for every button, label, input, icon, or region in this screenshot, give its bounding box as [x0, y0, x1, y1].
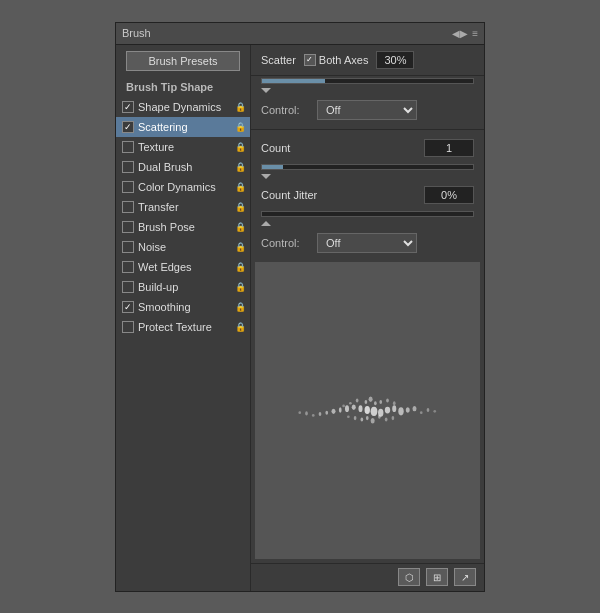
svg-point-26 [361, 417, 364, 421]
wet-edges-label: Wet Edges [138, 261, 233, 273]
control-select-1[interactable]: Off Fade Pen Pressure Pen Tilt Stylus Wh… [317, 100, 417, 120]
scatter-slider-track[interactable] [261, 78, 474, 84]
svg-point-6 [385, 407, 390, 414]
build-up-lock-icon: 🔒 [235, 282, 246, 292]
panel-controls: ◀▶ ≡ [452, 28, 478, 39]
sidebar-item-noise[interactable]: Noise 🔒 [116, 237, 250, 257]
scattering-checkbox[interactable]: ✓ [122, 121, 134, 133]
sidebar-item-dual-brush[interactable]: Dual Brush 🔒 [116, 157, 250, 177]
bottom-toolbar: ⬡ ⊞ ↗ [251, 563, 484, 591]
svg-point-23 [343, 405, 346, 408]
toolbar-button-2[interactable]: ⊞ [426, 568, 448, 586]
sidebar-item-smoothing[interactable]: ✓ Smoothing 🔒 [116, 297, 250, 317]
count-slider-row[interactable] [251, 162, 484, 172]
brush-pose-checkbox[interactable] [122, 221, 134, 233]
count-jitter-arrow [251, 219, 484, 228]
brush-presets-button[interactable]: Brush Presets [126, 51, 240, 71]
texture-checkbox[interactable] [122, 141, 134, 153]
noise-checkbox[interactable] [122, 241, 134, 253]
count-value[interactable]: 1 [424, 139, 474, 157]
svg-point-1 [359, 405, 363, 412]
count-jitter-slider-track[interactable] [261, 211, 474, 217]
svg-point-29 [385, 417, 388, 421]
count-slider-fill [262, 165, 283, 169]
scatter-slider-row[interactable] [251, 76, 484, 86]
brush-preview-svg [266, 370, 469, 450]
sidebar-item-protect-texture[interactable]: Protect Texture 🔒 [116, 317, 250, 337]
control-row-2: Control: Off Fade Pen Pressure Pen Tilt … [251, 228, 484, 258]
dual-brush-checkbox[interactable] [122, 161, 134, 173]
control-label-1: Control: [261, 104, 311, 116]
svg-point-10 [399, 407, 404, 415]
count-jitter-row: Count Jitter 0% [251, 181, 484, 209]
svg-point-11 [326, 411, 329, 415]
svg-point-8 [392, 405, 396, 412]
noise-lock-icon: 🔒 [235, 242, 246, 252]
protect-texture-checkbox[interactable] [122, 321, 134, 333]
sidebar-item-transfer[interactable]: Transfer 🔒 [116, 197, 250, 217]
svg-point-22 [393, 401, 396, 405]
svg-point-35 [427, 408, 430, 412]
build-up-label: Build-up [138, 281, 233, 293]
svg-point-28 [354, 416, 357, 420]
count-slider-track[interactable] [261, 164, 474, 170]
build-up-checkbox[interactable] [122, 281, 134, 293]
svg-point-18 [356, 399, 359, 403]
sidebar-item-shape-dynamics[interactable]: ✓ Shape Dynamics 🔒 [116, 97, 250, 117]
svg-point-37 [420, 411, 423, 414]
scattering-lock-icon: 🔒 [235, 122, 246, 132]
svg-point-7 [339, 407, 342, 412]
brush-pose-lock-icon: 🔒 [235, 222, 246, 232]
smoothing-lock-icon: 🔒 [235, 302, 246, 312]
sidebar-item-brush-pose[interactable]: Brush Pose 🔒 [116, 217, 250, 237]
protect-texture-lock-icon: 🔒 [235, 322, 246, 332]
svg-point-15 [365, 400, 368, 404]
sidebar-item-wet-edges[interactable]: Wet Edges 🔒 [116, 257, 250, 277]
panel-collapse-icon[interactable]: ◀▶ [452, 28, 468, 39]
protect-texture-label: Protect Texture [138, 321, 233, 333]
color-dynamics-checkbox[interactable] [122, 181, 134, 193]
scatter-arrow-down-icon [261, 88, 271, 93]
transfer-label: Transfer [138, 201, 233, 213]
svg-point-2 [371, 407, 378, 416]
svg-point-33 [299, 411, 302, 414]
smoothing-checkbox[interactable]: ✓ [122, 301, 134, 313]
both-axes-group: ✓ Both Axes [304, 54, 369, 66]
svg-point-36 [434, 410, 437, 413]
count-label: Count [261, 142, 290, 154]
panel-title: Brush [122, 27, 151, 39]
count-jitter-slider-row[interactable] [251, 209, 484, 219]
texture-label: Texture [138, 141, 233, 153]
svg-point-13 [319, 412, 322, 416]
svg-point-24 [366, 416, 369, 420]
transfer-checkbox[interactable] [122, 201, 134, 213]
sidebar-item-color-dynamics[interactable]: Color Dynamics 🔒 [116, 177, 250, 197]
control-row-1: Control: Off Fade Pen Pressure Pen Tilt … [251, 95, 484, 125]
shape-dynamics-checkbox[interactable]: ✓ [122, 101, 134, 113]
toolbar-button-1[interactable]: ⬡ [398, 568, 420, 586]
color-dynamics-lock-icon: 🔒 [235, 182, 246, 192]
svg-point-32 [305, 411, 308, 415]
sidebar-item-texture[interactable]: Texture 🔒 [116, 137, 250, 157]
scatter-arrow [251, 86, 484, 95]
sidebar-item-build-up[interactable]: Build-up 🔒 [116, 277, 250, 297]
toolbar-button-3[interactable]: ↗ [454, 568, 476, 586]
panel-menu-icon[interactable]: ≡ [472, 28, 478, 39]
brush-tip-shape-header: Brush Tip Shape [116, 79, 250, 97]
svg-point-31 [392, 416, 395, 420]
both-axes-checkbox[interactable]: ✓ [304, 54, 316, 66]
noise-label: Noise [138, 241, 233, 253]
wet-edges-lock-icon: 🔒 [235, 262, 246, 272]
sidebar-item-scattering[interactable]: ✓ Scattering 🔒 [116, 117, 250, 137]
svg-point-27 [378, 415, 381, 419]
wet-edges-checkbox[interactable] [122, 261, 134, 273]
scatter-value[interactable]: 30% [376, 51, 414, 69]
transfer-lock-icon: 🔒 [235, 202, 246, 212]
shape-dynamics-label: Shape Dynamics [138, 101, 233, 113]
brush-pose-label: Brush Pose [138, 221, 233, 233]
svg-point-20 [349, 402, 352, 405]
svg-point-14 [413, 406, 417, 411]
control-select-2[interactable]: Off Fade Pen Pressure Pen Tilt Stylus Wh… [317, 233, 417, 253]
count-jitter-value[interactable]: 0% [424, 186, 474, 204]
shape-dynamics-lock-icon: 🔒 [235, 102, 246, 112]
